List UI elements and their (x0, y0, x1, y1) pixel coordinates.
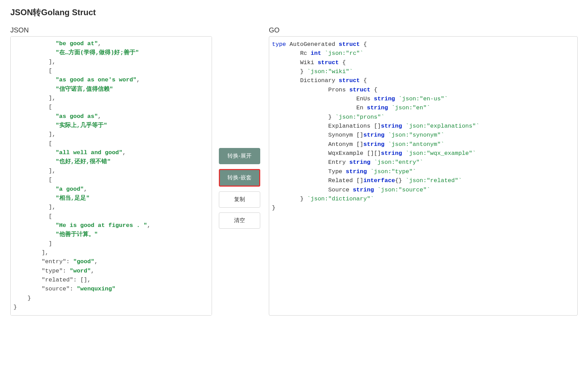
main-layout: JSON "be good at", "在…方面(学得,做得)好;善于" ], … (10, 26, 578, 316)
convert-expand-button[interactable]: 转换-展开 (219, 148, 260, 164)
button-panel: 转换-展开 转换-嵌套 复制 清空 (219, 26, 262, 316)
clear-button[interactable]: 清空 (219, 212, 260, 229)
go-panel: GO type AutoGenerated struct { Rc int `j… (269, 26, 578, 316)
json-code-box[interactable]: "be good at", "在…方面(学得,做得)好;善于" ], [ "as… (10, 36, 212, 316)
go-code-box[interactable]: type AutoGenerated struct { Rc int `json… (269, 36, 578, 316)
copy-button[interactable]: 复制 (219, 191, 260, 208)
json-label: JSON (10, 26, 212, 34)
page-title: JSON转Golang Struct (10, 7, 578, 18)
go-label: GO (269, 26, 578, 34)
json-panel: JSON "be good at", "在…方面(学得,做得)好;善于" ], … (10, 26, 212, 316)
convert-nest-button[interactable]: 转换-嵌套 (219, 169, 260, 187)
